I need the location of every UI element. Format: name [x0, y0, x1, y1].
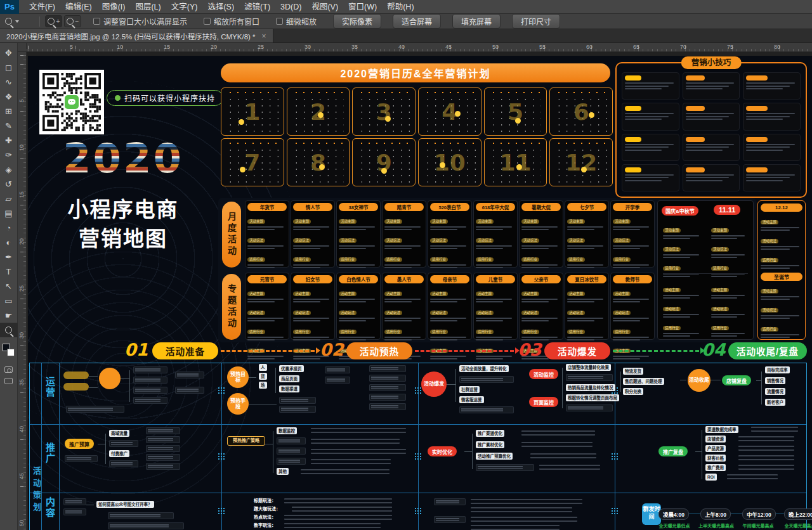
mindmap-wbox: 根据转化情况调整页面布局 [566, 394, 619, 401]
field-tag: 活动玩法 [711, 247, 729, 252]
ruler-number: 50 [18, 517, 25, 529]
tab-close-button[interactable]: × [262, 32, 266, 41]
crop-tool[interactable]: ⊞ [0, 104, 18, 119]
mindmap-stub [369, 384, 406, 391]
featured-festivals-box: 国庆&中秋节 11.11 活动主题活动玩法适用行业 活动主题活动玩法适用行业 活… [657, 200, 754, 340]
background-color-swatch[interactable] [7, 349, 15, 356]
mindmap-bars [530, 453, 596, 458]
move-tool[interactable]: ✥ [0, 46, 18, 60]
document-tab[interactable]: 2020小程序电商营销地图.jpg @ 12.5% (扫码可以获得小程序扶持, … [0, 29, 273, 42]
festival-card: 白色情人节活动主题活动玩法适用行业活动主题 [336, 273, 381, 340]
card-field-group: 活动玩法 [430, 305, 469, 321]
option-button-1[interactable]: 适合屏幕 [393, 14, 441, 29]
blur-tool[interactable]: ◔ [0, 221, 18, 235]
screen-mode-icon[interactable] [4, 378, 13, 384]
field-tag: 适用行业 [293, 257, 311, 262]
month-number: 12 [550, 139, 612, 186]
option-checkbox-0[interactable]: 调整窗口大小以满屏显示 [93, 16, 187, 27]
text-line [613, 226, 649, 228]
menu-item-6[interactable]: 滤镜(T) [239, 0, 275, 14]
color-swatches[interactable] [0, 344, 18, 360]
path-selection-tool[interactable]: ↖ [0, 279, 18, 294]
gradient-tool[interactable]: ▤ [0, 206, 18, 221]
hand-tool[interactable]: ☛ [0, 308, 18, 323]
marquee-tool[interactable]: ◻ [0, 60, 18, 75]
menu-item-5[interactable]: 选择(S) [202, 0, 239, 14]
field-tag: 适用行业 [430, 257, 448, 262]
festival-card-title: 妇女节 [293, 275, 332, 283]
text-line [613, 248, 640, 249]
festival-card-title: 愚人节 [384, 275, 424, 283]
card-field-group: 适用行业 [663, 320, 702, 337]
mindmap-wbox: 优惠承接页 [279, 365, 304, 372]
menu-item-2[interactable]: 图像(I) [97, 0, 131, 14]
text-line [339, 299, 375, 300]
text-line [476, 267, 503, 268]
option-button-2[interactable]: 填充屏幕 [452, 14, 501, 29]
text-line [430, 356, 466, 357]
text-line [384, 301, 412, 302]
text-line [613, 245, 649, 247]
quick-selection-tool[interactable]: ❖ [0, 89, 18, 104]
card-field-group: 适用行业 [293, 252, 332, 268]
month-number: 1 [221, 88, 284, 135]
text-line [476, 337, 512, 338]
zoom-in-button[interactable]: + [45, 15, 62, 27]
menu-item-3[interactable]: 图层(L) [130, 0, 166, 14]
eraser-tool[interactable]: ▱ [0, 191, 18, 206]
text-line [430, 318, 466, 319]
history-brush-tool[interactable]: ↺ [0, 177, 18, 191]
time-pill-1: 上午8:00 [700, 508, 731, 520]
field-tag: 适用行业 [567, 330, 585, 334]
text-line [476, 318, 512, 319]
mindmap-stub [109, 460, 138, 467]
eyedropper-tool[interactable]: ✎ [0, 119, 18, 133]
document-canvas[interactable]: 扫码可以获得小程序扶持 2020 小程序电商 营销地图 2020营销日历&全年营… [27, 52, 812, 530]
menu-item-4[interactable]: 文字(Y) [166, 0, 203, 14]
text-line [711, 335, 737, 337]
mindmap-wbox: 推广渠道优化 [476, 430, 504, 437]
menu-item-9[interactable]: 窗口(W) [343, 0, 382, 14]
month-number: 5 [485, 88, 547, 135]
mindmap-wbox: 其他 [277, 468, 289, 475]
vertical-ruler[interactable]: 5101520253035404550 [18, 52, 27, 530]
shape-tool[interactable]: ▭ [0, 294, 18, 308]
mindmap-hl [98, 444, 105, 444]
horizontal-ruler[interactable]: 5101520253035404550556065707580 [27, 43, 812, 52]
text-line [430, 226, 466, 228]
festival-card: 母亲节活动主题活动玩法适用行业活动主题 [428, 273, 472, 340]
menu-item-1[interactable]: 编辑(E) [60, 0, 97, 14]
brush-tool[interactable]: ✑ [0, 148, 18, 162]
text-line [247, 358, 275, 359]
type-tool[interactable]: T [0, 264, 18, 279]
monthly-activities-label: 月度活动 [222, 202, 241, 268]
ruler-number: 30 [304, 44, 311, 50]
field-tag: 活动主题 [521, 219, 539, 224]
option-checkbox-1[interactable]: 缩放所有窗口 [204, 16, 259, 27]
mindmap-wbox: 售后跟进、问题处理 [623, 378, 664, 385]
mindmap-stub [133, 387, 167, 394]
menu-item-10[interactable]: 帮助(H) [382, 0, 419, 14]
option-checkbox-2[interactable]: 细微缩放 [276, 16, 317, 27]
mindmap-vl [455, 369, 456, 402]
row-label-0: 运营 [43, 377, 55, 398]
healing-brush-tool[interactable]: ✚ [0, 133, 18, 148]
pen-tool[interactable]: ✒ [0, 250, 18, 264]
zoom-tool-preset[interactable] [5, 18, 34, 25]
dodge-tool[interactable]: ◐ [0, 235, 18, 250]
option-button-0[interactable]: 实际像素 [333, 14, 381, 29]
quick-mask-icon[interactable] [4, 366, 13, 373]
zoom-tool[interactable] [0, 323, 18, 337]
mindmap-wbox: 活动推广预算优化 [476, 453, 513, 460]
menu-item-8[interactable]: 视图(V) [306, 0, 343, 14]
menu-item-7[interactable]: 3D(D) [275, 0, 306, 14]
lasso-tool[interactable]: ∿ [0, 75, 18, 89]
clone-stamp-tool[interactable]: ◈ [0, 162, 18, 177]
option-button-3[interactable]: 打印尺寸 [512, 14, 560, 29]
menu-item-0[interactable]: 文件(F) [24, 0, 60, 14]
zoom-out-button[interactable]: − [64, 15, 81, 27]
text-line [686, 144, 735, 145]
mindmap-hl [756, 380, 761, 381]
card-field-group: 适用行业 [663, 261, 702, 277]
text-line [625, 174, 674, 176]
